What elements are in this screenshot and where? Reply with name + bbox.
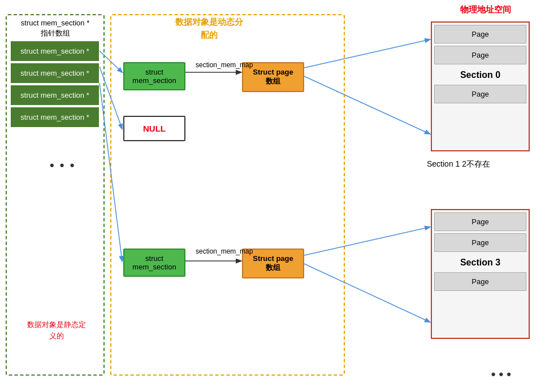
phys-space-title: 物理地址空间	[460, 5, 511, 15]
section0-box: Page Page Section 0 Page	[431, 21, 530, 151]
section0-page2: Page	[434, 85, 526, 103]
mem-section-bottom: struct mem_section	[123, 249, 185, 277]
section3-label: Section 3	[432, 254, 529, 270]
pointer-array-title: struct mem_section * 指针数组	[11, 18, 99, 38]
section3-page0: Page	[434, 212, 526, 231]
ptr-row-0: struct mem_section *	[10, 41, 100, 62]
ptr-row-2: struct mem_section *	[10, 85, 100, 106]
ptr-row-1: struct mem_section *	[10, 63, 100, 84]
section0-page0: Page	[434, 25, 526, 43]
section3-page1: Page	[434, 233, 526, 252]
ptr-row-3: struct mem_section *	[10, 107, 100, 128]
section0-page1: Page	[434, 46, 526, 64]
diagram-container: 物理地址空间 数据对象是动态分 配的 struct mem_section * …	[0, 0, 545, 392]
static-note: 数据对象是静态定 义的	[12, 319, 100, 341]
arrow-label-top: section_mem_map	[196, 61, 253, 69]
mem-section-top: struct mem_section	[123, 62, 185, 90]
null-box: NULL	[123, 116, 185, 141]
pointer-array-rows: struct mem_section * struct mem_section …	[10, 41, 100, 128]
dynamic-label: 数据对象是动态分 配的	[158, 16, 260, 41]
dots-bottom-right: • • •	[491, 367, 511, 382]
section3-box: Page Page Section 3 Page	[431, 209, 530, 339]
dots-left: • • •	[50, 158, 75, 173]
section12-note: Section 1 2不存在	[427, 159, 490, 169]
section3-page2: Page	[434, 272, 526, 291]
arrow-label-bottom: section_mem_map	[196, 247, 253, 255]
section0-label: Section 0	[432, 67, 529, 82]
